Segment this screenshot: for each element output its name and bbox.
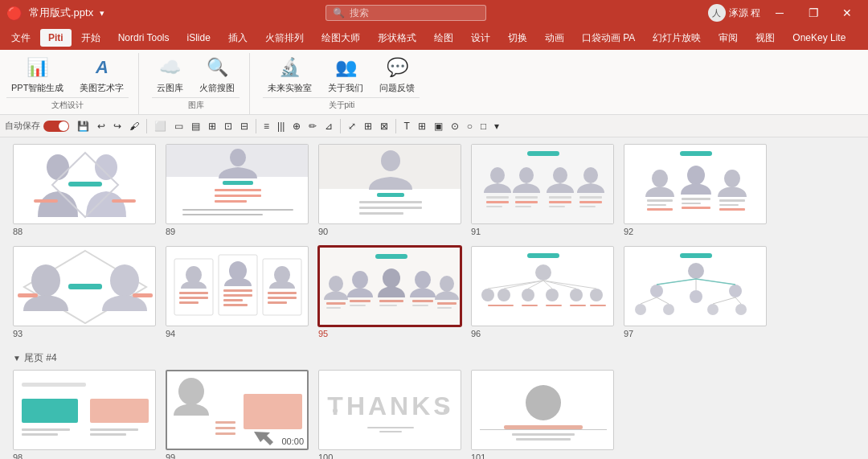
slide-thumb-100[interactable]: THANKS	[318, 370, 461, 450]
menu-review[interactable]: 审阅	[710, 28, 746, 48]
slide-thumb-97[interactable]	[624, 246, 767, 326]
toolbar-btn-6[interactable]: ⊟	[237, 117, 252, 135]
toolbar-btn-13[interactable]: ⊞	[361, 117, 375, 135]
svg-point-1	[95, 154, 117, 180]
undo-button[interactable]: ↩	[94, 117, 108, 135]
user-button[interactable]: 人 涿源 程	[708, 4, 760, 22]
slide-item-100[interactable]: THANKS 100	[318, 370, 461, 459]
svg-rect-131	[22, 433, 58, 436]
svg-rect-3	[68, 182, 102, 186]
slide-svg-89	[166, 145, 308, 223]
menu-view[interactable]: 视图	[747, 28, 783, 48]
ribbon-btn-art-text[interactable]: A 美图艺术字	[75, 53, 129, 96]
toolbar-btn-12[interactable]: ⤢	[345, 117, 359, 135]
menu-draw[interactable]: 绘图	[426, 28, 461, 48]
toolbar-btn-9[interactable]: ⊕	[289, 117, 304, 135]
menu-onekey[interactable]: OneKey Lite	[784, 29, 854, 47]
ribbon-btn-feedback[interactable]: 💬 问题反馈	[375, 53, 420, 96]
toolbar-btn-5[interactable]: ⊡	[221, 117, 235, 135]
toolbar-btn-17[interactable]: ▣	[431, 117, 446, 135]
slide-svg-96	[472, 247, 613, 326]
slide-item-91[interactable]: 91	[471, 144, 614, 236]
slide-item-92[interactable]: 92	[624, 144, 767, 236]
slide-num-90: 90	[318, 227, 328, 236]
slide-item-88[interactable]: 88	[13, 144, 156, 236]
slide-thumb-96[interactable]	[471, 246, 614, 326]
menu-animation[interactable]: 动画	[537, 28, 572, 48]
toolbar-btn-21[interactable]: ▾	[491, 117, 502, 135]
slide-time-99: 00:00	[281, 436, 304, 446]
toolbar-btn-20[interactable]: □	[477, 117, 489, 135]
slide-item-98[interactable]: 98	[13, 370, 156, 459]
menu-nordri[interactable]: Nordri Tools	[110, 29, 178, 47]
slide-item-95[interactable]: 95	[318, 246, 461, 338]
slide-item-94[interactable]: 94	[166, 246, 309, 338]
toolbar-btn-4[interactable]: ⊞	[205, 117, 219, 135]
toolbar-btn-18[interactable]: ⊙	[448, 117, 462, 135]
menu-piti[interactable]: Piti	[40, 29, 72, 47]
ribbon-btn-cloud-lib[interactable]: ☁️ 云图库	[152, 53, 188, 96]
section-arrow-icon[interactable]: ▼	[13, 354, 21, 363]
ribbon-btn-about-us[interactable]: 👥 关于我们	[323, 53, 368, 96]
search-box[interactable]: 🔍	[326, 5, 486, 21]
slide-thumb-91[interactable]	[471, 144, 614, 224]
ribbon-btn-ppt-ai[interactable]: 📊 PPT智能生成	[6, 53, 68, 96]
slide-item-93[interactable]: 93	[13, 246, 156, 338]
slide-thumb-89[interactable]	[166, 144, 309, 224]
toolbar-btn-16[interactable]: ⊞	[415, 117, 429, 135]
slide-thumb-98[interactable]	[13, 370, 156, 450]
ribbon-btn-lab[interactable]: 🔬 未来实验室	[263, 53, 317, 96]
toolbar-btn-3[interactable]: ▤	[188, 117, 203, 135]
toolbar-btn-1[interactable]: ⬜	[151, 117, 170, 135]
minimize-button[interactable]: ─	[765, 0, 794, 26]
menu-draw-master[interactable]: 绘图大师	[313, 28, 368, 48]
format-painter[interactable]: 🖌	[126, 117, 142, 135]
svg-rect-144	[379, 431, 402, 432]
art-text-label: 美图艺术字	[80, 82, 124, 94]
slide-item-90[interactable]: 90	[318, 144, 461, 236]
toolbar-btn-14[interactable]: ⊠	[377, 117, 391, 135]
search-input[interactable]	[350, 7, 478, 18]
svg-point-76	[352, 271, 368, 289]
toolbar-btn-10[interactable]: ✏	[305, 117, 320, 135]
toolbar-btn-11[interactable]: ⊿	[321, 117, 336, 135]
menu-shape-format[interactable]: 形状格式	[370, 28, 424, 48]
slide-thumb-92[interactable]	[624, 144, 767, 224]
menu-insert[interactable]: 插入	[220, 28, 256, 48]
toolbar-btn-2[interactable]: ▭	[171, 117, 186, 135]
toolbar-btn-19[interactable]: ○	[464, 117, 476, 135]
close-button[interactable]: ✕	[833, 0, 862, 26]
toolbar-btn-8[interactable]: |||	[274, 117, 288, 135]
slide-thumb-99[interactable]: 00:00	[166, 370, 309, 450]
slide-item-96[interactable]: 96	[471, 246, 614, 338]
slide-thumb-95[interactable]	[318, 246, 461, 326]
slide-item-99[interactable]: 00:00 99	[166, 370, 309, 459]
autosave-toggle[interactable]	[43, 121, 69, 132]
redo-button[interactable]: ↪	[110, 117, 125, 135]
restore-button[interactable]: ❐	[799, 0, 828, 26]
menu-slideshow[interactable]: 幻灯片放映	[645, 28, 709, 48]
slide-thumb-101[interactable]	[471, 370, 614, 450]
ribbon-btn-rocket-search[interactable]: 🔍 火箭搜图	[194, 53, 240, 96]
menu-pocket[interactable]: 口袋动画 PA	[574, 28, 643, 48]
svg-rect-9	[215, 189, 261, 191]
toolbar-btn-15[interactable]: T	[400, 117, 412, 135]
slide-thumb-93[interactable]	[13, 246, 156, 326]
slide-svg-91	[472, 145, 613, 223]
svg-rect-29	[579, 196, 602, 199]
menu-design[interactable]: 设计	[463, 28, 498, 48]
menu-rocket[interactable]: 火箭排列	[257, 28, 312, 48]
save-button[interactable]: 💾	[74, 117, 92, 135]
slide-item-97[interactable]: 97	[624, 246, 767, 338]
slide-content-98	[14, 371, 155, 449]
menu-file[interactable]: 文件	[3, 28, 39, 48]
toolbar-btn-7[interactable]: ≡	[260, 117, 272, 135]
slide-thumb-88[interactable]	[13, 144, 156, 224]
menu-start[interactable]: 开始	[73, 28, 108, 48]
slide-thumb-90[interactable]	[318, 144, 461, 224]
slide-item-101[interactable]: 101	[471, 370, 614, 459]
slide-item-89[interactable]: 89	[166, 144, 309, 236]
slide-thumb-94[interactable]	[166, 246, 309, 326]
menu-islide[interactable]: iSlide	[178, 29, 218, 47]
menu-transition[interactable]: 切换	[500, 28, 535, 48]
